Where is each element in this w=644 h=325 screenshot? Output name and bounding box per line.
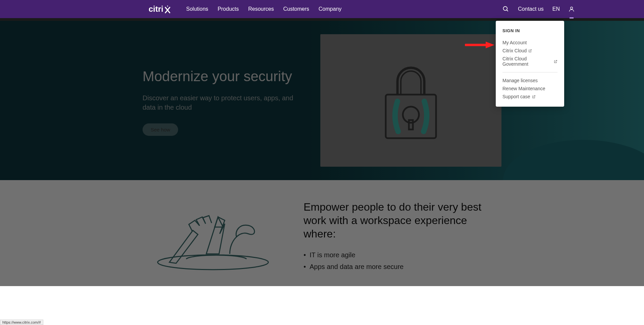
user-icon (569, 6, 575, 12)
dropdown-item-label: Renew Maintenance (502, 86, 545, 91)
nav-link-company[interactable]: Company (319, 6, 341, 12)
svg-line-3 (507, 10, 508, 11)
brand-logo[interactable]: citri (149, 5, 173, 13)
dropdown-item-label: Citrix Cloud (502, 48, 527, 53)
external-link-icon (528, 49, 532, 53)
sub-bar (0, 18, 644, 21)
dropdown-item-manage-licenses[interactable]: Manage licenses (502, 76, 557, 85)
citrix-logo-icon: citri (149, 5, 173, 13)
dropdown-divider (502, 72, 557, 72)
nav-link-solutions[interactable]: Solutions (186, 6, 208, 12)
external-link-icon (532, 95, 536, 99)
nav-link-resources[interactable]: Resources (248, 6, 274, 12)
signin-dropdown: SIGN IN My Account Citrix Cloud Citrix C… (496, 21, 564, 107)
dropdown-item-renew-maintenance[interactable]: Renew Maintenance (502, 85, 557, 93)
top-nav: citri Solutions Products Resources Custo… (0, 0, 644, 18)
nav-link-products[interactable]: Products (218, 6, 239, 12)
dim-overlay (0, 180, 644, 286)
dropdown-item-label: Support case (502, 94, 530, 99)
dropdown-item-label: Citrix Cloud Government (502, 56, 552, 67)
nav-link-contact[interactable]: Contact us (518, 6, 543, 12)
dropdown-item-citrix-cloud-gov[interactable]: Citrix Cloud Government (502, 55, 557, 68)
dropdown-item-label: Manage licenses (502, 78, 538, 83)
language-selector[interactable]: EN (552, 6, 560, 12)
dropdown-item-support-case[interactable]: Support case (502, 93, 557, 101)
svg-point-4 (571, 7, 573, 9)
dropdown-item-label: My Account (502, 40, 527, 45)
primary-nav-links: Solutions Products Resources Customers C… (186, 6, 341, 12)
dropdown-item-my-account[interactable]: My Account (502, 39, 557, 47)
search-icon[interactable] (502, 6, 509, 12)
svg-point-2 (503, 7, 507, 11)
topbar-right: Contact us EN (502, 6, 575, 12)
nav-link-customers[interactable]: Customers (283, 6, 309, 12)
top-nav-inner: citri Solutions Products Resources Custo… (65, 5, 575, 13)
svg-text:citri: citri (149, 5, 163, 13)
empower-section: Empower people to do their very best wor… (0, 180, 644, 286)
svg-point-1 (167, 5, 168, 6)
dropdown-item-citrix-cloud[interactable]: Citrix Cloud (502, 47, 557, 55)
dropdown-title: SIGN IN (502, 28, 557, 33)
user-menu-indicator (570, 17, 574, 18)
user-menu-trigger[interactable] (569, 6, 575, 12)
external-link-icon (554, 60, 557, 63)
